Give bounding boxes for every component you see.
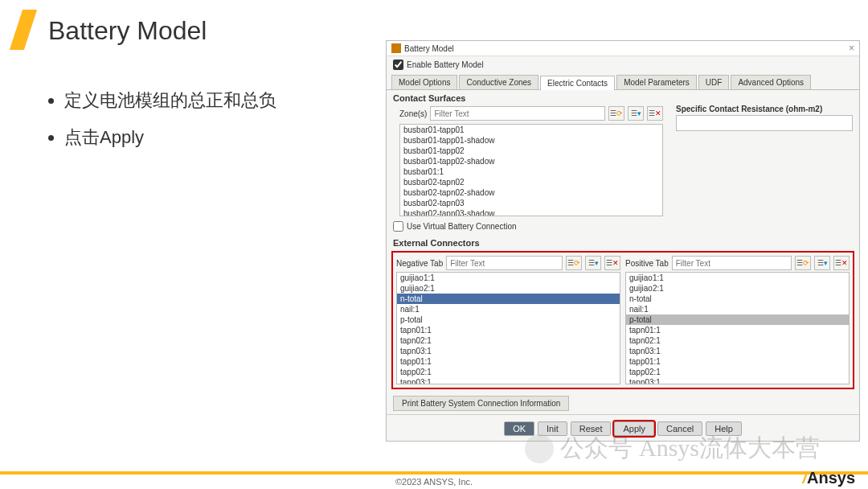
footer: ©2023 ANSYS, Inc. /Ansys (0, 471, 868, 489)
external-connectors-label: External Connectors (387, 235, 859, 249)
list-item[interactable]: tapp02:1 (397, 367, 620, 377)
list-item[interactable]: tapn02:1 (626, 335, 849, 346)
filter-icon[interactable]: ☰⟳ (795, 256, 811, 270)
list-item[interactable]: busbar01-tapp02-shadow (400, 156, 662, 166)
print-connection-button[interactable]: Print Battery System Connection Informat… (393, 396, 569, 411)
accent-bar (10, 10, 37, 50)
list-item[interactable]: guijiao2:1 (397, 283, 620, 294)
list-item[interactable]: tapp01:1 (397, 356, 620, 367)
deselect-icon[interactable]: ☰✕ (833, 256, 850, 270)
copyright: ©2023 ANSYS, Inc. (395, 477, 473, 487)
window-title: Battery Model (404, 44, 454, 53)
select-all-icon[interactable]: ☰▾ (814, 256, 830, 270)
bullet-item: 定义电池模组的总正和总负 (64, 88, 276, 113)
list-item[interactable]: tapp03:1 (397, 377, 620, 384)
deselect-icon[interactable]: ☰✕ (647, 106, 663, 121)
negative-listbox[interactable]: guijiao1:1guijiao2:1n-totalnail:1p-total… (396, 272, 620, 384)
positive-tab-label: Positive Tab (625, 259, 669, 268)
enable-battery-model-label: Enable Battery Model (407, 60, 484, 69)
list-item[interactable]: tapn01:1 (397, 325, 620, 335)
deselect-icon[interactable]: ☰✕ (604, 256, 620, 270)
list-item[interactable]: busbar02-tapn02-shadow (400, 187, 662, 198)
bullet-item: 点击Apply (64, 125, 276, 150)
app-icon (391, 43, 401, 53)
bullet-list: 定义电池模组的总正和总负 点击Apply (48, 88, 276, 162)
list-item[interactable]: busbar01-tapp01 (400, 125, 662, 135)
list-item[interactable]: busbar01-tapp01-shadow (400, 135, 662, 146)
filter-icon[interactable]: ☰⟳ (566, 256, 582, 270)
tab-conductive-zones[interactable]: Conductive Zones (459, 75, 538, 89)
list-item[interactable]: busbar02-tapn02 (400, 177, 662, 187)
enable-battery-model-checkbox[interactable] (393, 60, 403, 70)
list-item[interactable]: guijiao1:1 (397, 273, 620, 283)
positive-listbox[interactable]: guijiao1:1guijiao2:1n-totalnail:1p-total… (625, 272, 850, 384)
list-item[interactable]: tapp03:1 (626, 377, 849, 384)
list-item[interactable]: guijiao1:1 (626, 273, 849, 283)
list-item[interactable]: n-total (626, 294, 849, 304)
ok-button[interactable]: OK (504, 421, 534, 436)
action-row: OK Init Reset Apply Cancel Help (387, 414, 859, 441)
list-item[interactable]: tapp02:1 (626, 367, 849, 377)
list-item[interactable]: busbar01-tapp02 (400, 146, 662, 156)
close-icon[interactable]: × (849, 43, 854, 54)
help-button[interactable]: Help (706, 421, 742, 436)
list-item[interactable]: tapn03:1 (626, 346, 849, 356)
titlebar: Battery Model × (387, 41, 859, 56)
external-connectors-highlight: Negative Tab ☰⟳ ☰▾ ☰✕ guijiao1:1guijiao2… (391, 251, 854, 389)
filter-icon[interactable]: ☰⟳ (608, 106, 624, 121)
apply-button[interactable]: Apply (614, 421, 654, 436)
init-button[interactable]: Init (538, 421, 567, 436)
list-item[interactable]: guijiao2:1 (626, 283, 849, 294)
use-virtual-label: Use Virtual Battery Connection (407, 222, 517, 231)
list-item[interactable]: tapn02:1 (397, 335, 620, 346)
resistance-input[interactable] (676, 115, 853, 131)
zones-listbox[interactable]: busbar01-tapp01busbar01-tapp01-shadowbus… (399, 124, 663, 216)
list-item[interactable]: tapp01:1 (626, 356, 849, 367)
select-all-icon[interactable]: ☰▾ (585, 256, 601, 270)
list-item[interactable]: busbar02-tapn03-shadow (400, 208, 662, 216)
tab-udf[interactable]: UDF (698, 75, 730, 89)
negative-filter-input[interactable] (446, 256, 563, 270)
resistance-label: Specific Contact Resistance (ohm-m2) (676, 105, 853, 113)
reset-button[interactable]: Reset (571, 421, 612, 436)
list-item[interactable]: n-total (397, 294, 620, 304)
tab-electric-contacts[interactable]: Electric Contacts (540, 76, 615, 90)
list-item[interactable]: nail:1 (397, 304, 620, 314)
use-virtual-checkbox[interactable] (393, 221, 403, 232)
battery-model-window: Battery Model × Enable Battery Model Mod… (386, 40, 860, 442)
list-item[interactable]: nail:1 (626, 304, 849, 314)
list-item[interactable]: busbar02-tapn03 (400, 198, 662, 208)
positive-filter-input[interactable] (672, 256, 792, 270)
list-item[interactable]: tapn01:1 (626, 325, 849, 335)
tab-bar: Model Options Conductive Zones Electric … (387, 73, 859, 90)
ansys-logo: /Ansys (802, 469, 855, 487)
tab-advanced-options[interactable]: Advanced Options (731, 75, 811, 89)
list-item[interactable]: p-total (626, 314, 849, 325)
tab-model-parameters[interactable]: Model Parameters (616, 75, 697, 89)
list-item[interactable]: tapn03:1 (397, 346, 620, 356)
tab-model-options[interactable]: Model Options (391, 75, 457, 89)
list-item[interactable]: p-total (397, 314, 620, 325)
zones-label: Zone(s) (399, 109, 427, 118)
cancel-button[interactable]: Cancel (657, 421, 702, 436)
zones-filter-input[interactable] (430, 106, 605, 121)
negative-tab-label: Negative Tab (396, 259, 443, 268)
slide-title: Battery Model (48, 16, 207, 46)
list-item[interactable]: busbar01:1 (400, 166, 662, 177)
select-all-icon[interactable]: ☰▾ (628, 106, 644, 121)
contact-surfaces-label: Contact Surfaces (387, 90, 859, 105)
